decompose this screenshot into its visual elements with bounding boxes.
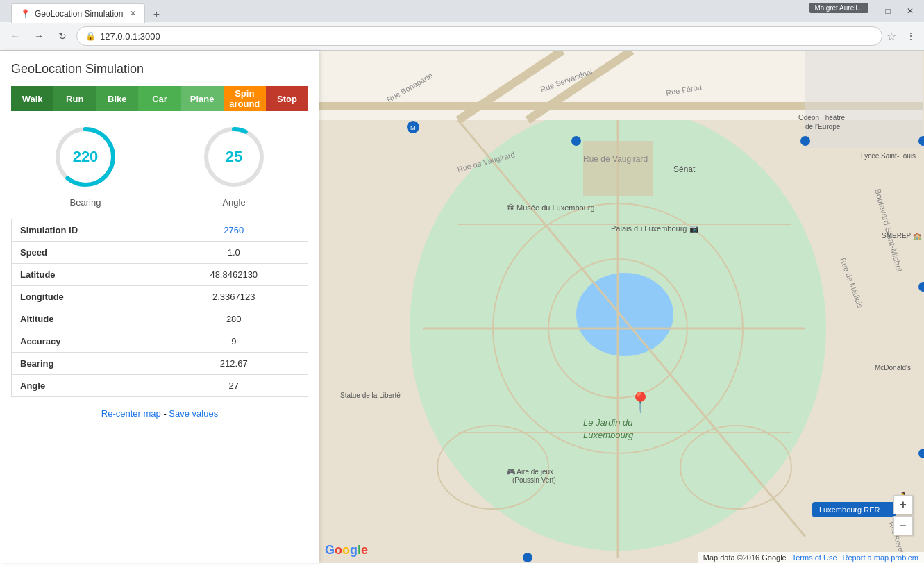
report-link[interactable]: Report a map problem <box>843 553 918 562</box>
svg-text:SMEREP 🏫: SMEREP 🏫 <box>882 231 922 240</box>
svg-text:McDonald's: McDonald's <box>875 364 911 371</box>
svg-rect-21 <box>583 141 653 196</box>
svg-point-6 <box>576 273 673 356</box>
simulation-panel: GeoLocation Simulation Walk Run Bike Car… <box>0 51 319 563</box>
tab-close-button[interactable]: ✕ <box>130 9 136 18</box>
table-row: Bearing212.67 <box>12 353 308 375</box>
bookmark-button[interactable]: ☆ <box>887 30 896 43</box>
svg-text:Statue de la Liberté: Statue de la Liberté <box>340 392 401 399</box>
table-value: 280 <box>160 308 308 330</box>
tab-favicon: 📍 <box>20 9 31 19</box>
svg-point-51 <box>523 553 532 562</box>
angle-gauge: 25 Angle <box>199 122 269 208</box>
table-row: Altitude280 <box>12 308 308 330</box>
close-button[interactable]: ✕ <box>902 3 918 19</box>
gauges-section: 220 Bearing 25 Angle <box>11 122 308 208</box>
svg-text:Palais du Luxembourg 📷: Palais du Luxembourg 📷 <box>611 224 699 233</box>
table-value: 212.67 <box>160 353 308 375</box>
google-branding: Google <box>325 543 368 558</box>
zoom-out-button[interactable]: – <box>893 516 913 535</box>
mode-buttons-group: Walk Run Bike Car Plane Spin around Stop <box>11 86 308 111</box>
panel-title: GeoLocation Simulation <box>11 62 308 76</box>
bottom-links: Re-center map - Save values <box>11 408 308 419</box>
tab-title: GeoLocation Simulation <box>35 9 123 19</box>
svg-text:Lycée Saint-Louis: Lycée Saint-Louis <box>861 152 916 160</box>
table-row: Longitude2.3367123 <box>12 286 308 308</box>
url-text: 127.0.0.1:3000 <box>100 31 873 42</box>
plane-button[interactable]: Plane <box>181 86 224 111</box>
table-key: Simulation ID <box>12 219 160 242</box>
svg-text:Le Jardin du: Le Jardin du <box>583 417 633 428</box>
svg-rect-20 <box>805 51 923 148</box>
svg-text:🏛 Musée du Luxembourg: 🏛 Musée du Luxembourg <box>507 203 595 212</box>
table-key: Altitude <box>12 308 160 330</box>
svg-text:Luxembourg RER: Luxembourg RER <box>819 505 880 514</box>
spin-around-button[interactable]: Spin around <box>224 86 266 111</box>
maximize-button[interactable]: □ <box>880 3 896 19</box>
bike-button[interactable]: Bike <box>96 86 138 111</box>
map-area[interactable]: Rue Bonaparte Rue Servandoni Rue Férou R… <box>319 51 924 563</box>
table-key: Longitude <box>12 286 160 308</box>
table-value: 2.3367123 <box>160 286 308 308</box>
back-button[interactable]: ← <box>6 26 25 46</box>
reload-button[interactable]: ↻ <box>53 26 72 46</box>
svg-point-47 <box>800 136 810 146</box>
zoom-in-button[interactable]: + <box>893 495 913 514</box>
table-key: Latitude <box>12 264 160 286</box>
table-value: 9 <box>160 330 308 353</box>
svg-text:de l'Europe: de l'Europe <box>805 123 841 131</box>
car-button[interactable]: Car <box>138 86 180 111</box>
data-table: Simulation ID2760Speed1.0Latitude48.8462… <box>11 219 308 397</box>
walk-button[interactable]: Walk <box>11 86 53 111</box>
browser-tab[interactable]: 📍 GeoLocation Simulation ✕ <box>11 3 145 23</box>
table-key: Angle <box>12 375 160 397</box>
user-badge: Maigret Aureli... <box>809 3 868 13</box>
map-zoom-controls: + – <box>893 495 913 535</box>
map-footer: Map data ©2016 Google Terms of Use Repor… <box>698 552 924 563</box>
svg-text:(Poussin Vert): (Poussin Vert) <box>512 476 556 484</box>
table-value[interactable]: 2760 <box>160 219 308 242</box>
url-lock-icon: 🔒 <box>85 31 96 41</box>
svg-text:Sénat: Sénat <box>673 165 696 174</box>
save-values-link[interactable]: Save values <box>169 408 218 419</box>
url-bar[interactable]: 🔒 127.0.0.1:3000 <box>76 26 882 46</box>
angle-value: 25 <box>226 148 242 166</box>
map-svg: Rue Bonaparte Rue Servandoni Rue Férou R… <box>319 51 924 563</box>
stop-button[interactable]: Stop <box>266 86 308 111</box>
table-row: Simulation ID2760 <box>12 219 308 242</box>
svg-text:Odéon Théâtre: Odéon Théâtre <box>798 114 846 122</box>
table-value: 48.8462130 <box>160 264 308 286</box>
table-key: Bearing <box>12 353 160 375</box>
angle-label: Angle <box>222 197 245 208</box>
forward-button[interactable]: → <box>29 26 49 46</box>
svg-text:🎮 Aire de jeux: 🎮 Aire de jeux <box>507 467 553 476</box>
terms-link[interactable]: Terms of Use <box>792 553 837 562</box>
table-row: Speed1.0 <box>12 242 308 264</box>
bearing-gauge: 220 Bearing <box>51 122 120 208</box>
recenter-map-link[interactable]: Re-center map <box>101 408 161 419</box>
table-row: Angle27 <box>12 375 308 397</box>
menu-button[interactable]: ⋮ <box>903 28 918 44</box>
map-data-label: Map data ©2016 Google <box>703 553 787 562</box>
table-row: Accuracy9 <box>12 330 308 353</box>
table-key: Speed <box>12 242 160 264</box>
new-tab-button[interactable]: + <box>148 6 165 23</box>
svg-point-46 <box>571 136 581 146</box>
svg-text:M: M <box>410 124 416 131</box>
run-button[interactable]: Run <box>53 86 96 111</box>
svg-text:Luxembourg: Luxembourg <box>583 430 634 440</box>
table-value: 27 <box>160 375 308 397</box>
table-row: Latitude48.8462130 <box>12 264 308 286</box>
table-value: 1.0 <box>160 242 308 264</box>
table-key: Accuracy <box>12 330 160 353</box>
svg-text:Rue de Vaugirard: Rue de Vaugirard <box>583 154 648 164</box>
map-pin: 📍 <box>628 391 653 414</box>
bearing-value: 220 <box>73 148 99 166</box>
bearing-label: Bearing <box>70 197 101 208</box>
